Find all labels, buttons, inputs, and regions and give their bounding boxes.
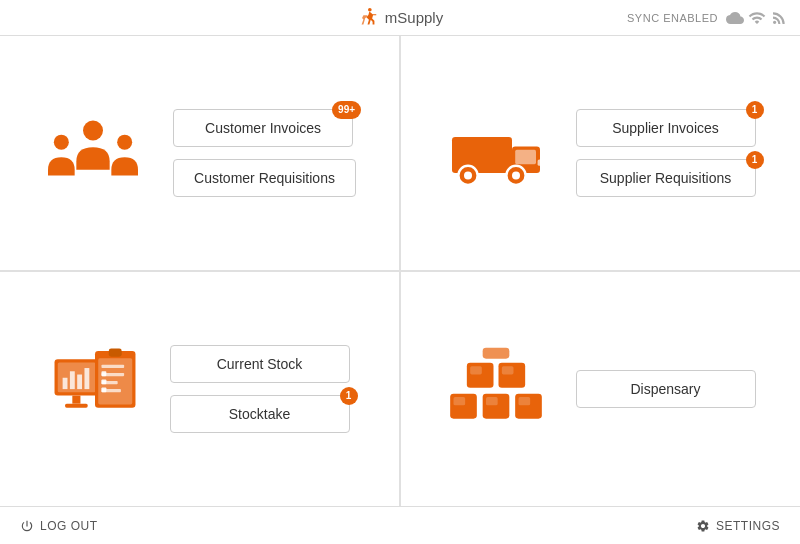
main-grid: Customer Invoices 99+ Customer Requisiti… [0,36,800,506]
logo-icon [357,7,379,29]
stock-icon [50,347,140,432]
stock-buttons: Current Stock Stocktake 1 [170,345,350,433]
svg-point-0 [368,7,372,11]
suppliers-icon [446,113,546,193]
logout-label: LOG OUT [40,519,98,533]
svg-rect-28 [101,379,106,384]
stock-svg [50,347,140,432]
customer-requisitions-label: Customer Requisitions [194,170,335,186]
current-stock-label: Current Stock [217,356,303,372]
customer-invoices-label: Customer Invoices [205,120,321,136]
dispensary-button[interactable]: Dispensary [576,370,756,408]
sync-icons [726,9,788,27]
dispensary-svg [446,347,546,432]
dispensary-icon [446,347,546,432]
svg-rect-33 [453,397,465,405]
customers-svg [43,113,143,193]
customer-requisitions-button[interactable]: Customer Requisitions [173,159,356,197]
current-stock-button[interactable]: Current Stock [170,345,350,383]
supplier-invoices-button[interactable]: Supplier Invoices 1 [576,109,756,147]
rss-icon [770,9,788,27]
svg-rect-39 [501,366,513,374]
logout-button[interactable]: LOG OUT [20,519,98,533]
svg-rect-35 [518,397,530,405]
suppliers-svg [446,113,546,193]
stocktake-badge: 1 [340,387,358,405]
svg-rect-16 [77,374,82,389]
supplier-requisitions-label: Supplier Requisitions [600,170,732,186]
svg-rect-22 [108,348,121,356]
supplier-requisitions-button[interactable]: Supplier Requisitions 1 [576,159,756,197]
svg-point-10 [512,171,520,179]
svg-point-3 [117,135,132,150]
svg-rect-18 [72,395,80,403]
cloud-icon [726,9,744,27]
footer: LOG OUT SETTINGS [0,506,800,544]
dispensary-tile: Dispensary [400,271,800,506]
customer-invoices-badge: 99+ [332,101,361,119]
sync-status: SYNC ENABLED [627,9,788,27]
svg-point-2 [54,135,69,150]
gear-icon [696,519,710,533]
signal-icon [748,9,766,27]
app-logo: mSupply [357,7,443,29]
stock-tile: Current Stock Stocktake 1 [0,271,400,506]
settings-button[interactable]: SETTINGS [696,519,780,533]
customers-tile: Customer Invoices 99+ Customer Requisiti… [0,36,400,271]
svg-rect-34 [486,397,498,405]
svg-rect-38 [470,366,482,374]
supplier-invoices-label: Supplier Invoices [612,120,719,136]
settings-label: SETTINGS [716,519,780,533]
svg-rect-6 [515,150,536,164]
logo-text: mSupply [385,9,443,26]
dispensary-label: Dispensary [630,381,700,397]
svg-rect-14 [62,377,67,388]
svg-rect-15 [69,371,74,389]
svg-rect-19 [65,403,88,407]
svg-point-8 [464,171,472,179]
customer-invoices-button[interactable]: Customer Invoices 99+ [173,109,353,147]
sync-label: SYNC ENABLED [627,12,718,24]
suppliers-tile: Supplier Invoices 1 Supplier Requisition… [400,36,800,271]
svg-rect-11 [537,159,542,165]
power-icon [20,519,34,533]
customers-icon [43,113,143,193]
customers-buttons: Customer Invoices 99+ Customer Requisiti… [173,109,356,197]
stocktake-label: Stocktake [229,406,290,422]
suppliers-buttons: Supplier Invoices 1 Supplier Requisition… [576,109,756,197]
dispensary-buttons: Dispensary [576,370,756,408]
header: mSupply SYNC ENABLED [0,0,800,36]
svg-rect-17 [84,368,89,389]
supplier-invoices-badge: 1 [746,101,764,119]
svg-rect-29 [101,387,106,392]
supplier-requisitions-badge: 1 [746,151,764,169]
svg-rect-23 [101,364,124,367]
stocktake-button[interactable]: Stocktake 1 [170,395,350,433]
svg-rect-27 [101,371,106,376]
svg-point-1 [83,121,103,141]
svg-rect-40 [482,347,509,358]
